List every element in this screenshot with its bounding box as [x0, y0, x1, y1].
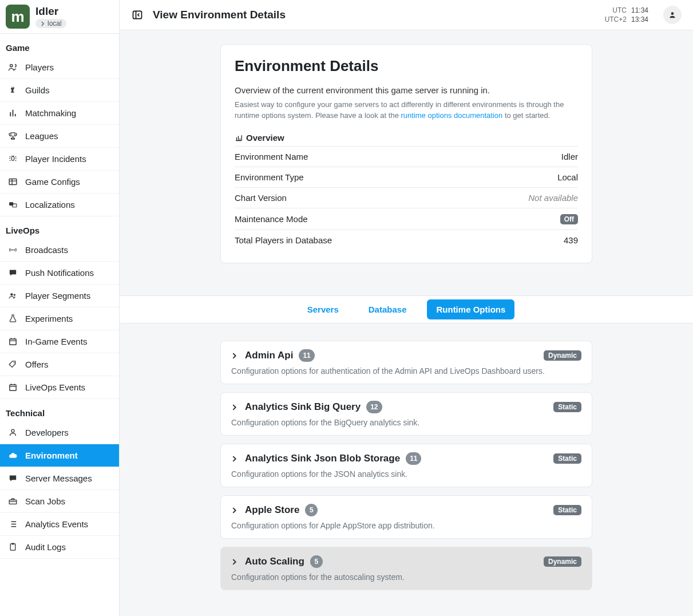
- clock-label-1: UTC+2: [605, 15, 627, 24]
- option-card-apple-store[interactable]: Apple Store5StaticConfiguration options …: [220, 495, 592, 539]
- sidebar-item-label: Matchmaking: [25, 108, 76, 118]
- sidebar-item-developers[interactable]: Developers: [0, 421, 119, 444]
- table-icon: [8, 177, 18, 187]
- page-title: View Environment Details: [153, 9, 286, 21]
- sidebar-item-label: Audit Logs: [25, 542, 66, 552]
- chart-icon: [235, 134, 243, 142]
- option-card-analytics-sink-big-query[interactable]: Analytics Sink Big Query12StaticConfigur…: [220, 392, 592, 436]
- svg-rect-10: [9, 500, 17, 504]
- users-icon-wrapper: [7, 62, 18, 72]
- sidebar-item-scan-jobs[interactable]: Scan Jobs: [0, 490, 119, 513]
- overview-value: 439: [564, 235, 578, 245]
- calendar-icon: [8, 382, 18, 392]
- sidebar-item-label: Player Incidents: [25, 154, 86, 164]
- option-count-badge: 11: [299, 349, 314, 362]
- sidebar-item-label: Players: [25, 62, 54, 72]
- tags-icon: [8, 360, 18, 369]
- tags-icon-wrapper: [7, 360, 18, 369]
- sidebar-item-players[interactable]: Players: [0, 56, 119, 79]
- sidebar-item-in-game-events[interactable]: In-Game Events: [0, 330, 119, 353]
- env-details-hint: Easiest way to configure your game serve…: [235, 100, 578, 121]
- user-icon: [668, 11, 676, 19]
- option-card-analytics-sink-json-blob-storage[interactable]: Analytics Sink Json Blob Storage11Static…: [220, 444, 592, 487]
- option-count-badge: 5: [310, 555, 323, 568]
- sidebar-item-label: Environment: [25, 451, 78, 460]
- sidebar-item-broadcasts[interactable]: Broadcasts: [0, 239, 119, 262]
- user-avatar[interactable]: [663, 6, 682, 24]
- sidebar-item-label: Game Configs: [25, 177, 80, 187]
- sidebar-item-matchmaking[interactable]: Matchmaking: [0, 102, 119, 125]
- runtime-options-doc-link[interactable]: runtime options documentation: [401, 111, 503, 120]
- overview-key: Maintenance Mode: [235, 208, 462, 230]
- sidebar-item-label: In-Game Events: [25, 337, 87, 346]
- svg-point-15: [671, 13, 674, 15]
- message-icon-wrapper: [7, 473, 18, 483]
- tab-runtime-options[interactable]: Runtime Options: [427, 299, 514, 319]
- sidebar-item-player-segments[interactable]: Player Segments: [0, 285, 119, 307]
- overview-row: Chart VersionNot available: [235, 188, 578, 208]
- main-area: View Environment Details UTC11:34 UTC+21…: [120, 0, 693, 616]
- sidebar-item-label: Player Segments: [25, 291, 90, 301]
- clipboard-icon: [8, 542, 18, 552]
- sidebar-item-experiments[interactable]: Experiments: [0, 307, 119, 330]
- option-description: Configuration options for authentication…: [231, 366, 581, 376]
- chevron-right-icon: [40, 21, 45, 26]
- sidebar-toggle-button[interactable]: [131, 9, 144, 21]
- sidebar-item-analytics-events[interactable]: Analytics Events: [0, 513, 119, 536]
- users-icon: [8, 62, 18, 72]
- overview-key: Environment Name: [235, 147, 462, 167]
- sidebar-item-liveops-events[interactable]: LiveOps Events: [0, 376, 119, 399]
- sidebar-item-server-messages[interactable]: Server Messages: [0, 467, 119, 490]
- message-icon-wrapper: [7, 268, 18, 278]
- sidebar-item-leagues[interactable]: Leagues: [0, 125, 119, 148]
- svg-rect-6: [9, 339, 15, 345]
- option-card-admin-api[interactable]: Admin Api11DynamicConfiguration options …: [220, 341, 592, 384]
- sidebar-item-offers[interactable]: Offers: [0, 353, 119, 376]
- language-icon-wrapper: [7, 200, 18, 210]
- toolbox-icon: [8, 496, 18, 506]
- option-kind-badge: Static: [553, 402, 581, 412]
- nav-section-label: LiveOps: [0, 216, 119, 239]
- user-group-icon: [8, 291, 18, 301]
- overview-value: Idler: [561, 152, 578, 161]
- svg-point-7: [13, 362, 14, 364]
- sidebar-item-localizations[interactable]: Localizations: [0, 194, 119, 216]
- list-icon: [8, 519, 18, 529]
- env-details-heading: Environment Details: [235, 57, 578, 75]
- user-icon: [8, 428, 18, 437]
- sidebar-header: m Idler local: [0, 0, 119, 34]
- svg-rect-8: [9, 385, 15, 390]
- env-badge[interactable]: local: [35, 19, 66, 28]
- option-card-auto-scaling[interactable]: Auto Scaling5DynamicConfiguration option…: [220, 547, 592, 590]
- option-title: Apple Store: [245, 504, 299, 516]
- trophy-icon-wrapper: [7, 131, 18, 141]
- chevron-right-icon: [231, 353, 239, 359]
- calendar-icon-wrapper: [7, 337, 18, 346]
- tab-database[interactable]: Database: [359, 299, 416, 319]
- option-title: Analytics Sink Json Blob Storage: [245, 453, 400, 464]
- sidebar-item-audit-logs[interactable]: Audit Logs: [0, 536, 119, 559]
- chevron-right-icon: [231, 456, 239, 462]
- option-kind-badge: Dynamic: [544, 556, 581, 567]
- option-kind-badge: Static: [553, 505, 581, 515]
- sidebar-item-environment[interactable]: Environment: [0, 444, 119, 467]
- sidebar-item-guilds[interactable]: Guilds: [0, 79, 119, 102]
- svg-point-4: [10, 293, 13, 295]
- option-description: Configuration options for the BigQuery a…: [231, 418, 581, 427]
- tabs-bar: ServersDatabaseRuntime Options: [120, 295, 693, 323]
- overview-key: Total Players in Database: [235, 230, 462, 251]
- sidebar-item-player-incidents[interactable]: Player Incidents: [0, 148, 119, 171]
- sidebar-item-game-configs[interactable]: Game Configs: [0, 171, 119, 194]
- hint-suffix: to get started.: [502, 111, 550, 120]
- clock-time-1: 13:34: [631, 15, 648, 24]
- overview-table: Environment NameIdlerEnvironment TypeLoc…: [235, 146, 578, 250]
- sidebar-item-label: Leagues: [25, 131, 58, 141]
- overview-key: Environment Type: [235, 167, 462, 188]
- sidebar-item-push-notifications[interactable]: Push Notifications: [0, 262, 119, 285]
- svg-rect-11: [10, 544, 15, 550]
- ranking-icon-wrapper: [7, 108, 18, 118]
- tab-servers[interactable]: Servers: [298, 299, 348, 319]
- cloud-icon-wrapper: [7, 451, 18, 460]
- toolbox-icon-wrapper: [7, 496, 18, 506]
- sidebar-item-label: Offers: [25, 360, 49, 369]
